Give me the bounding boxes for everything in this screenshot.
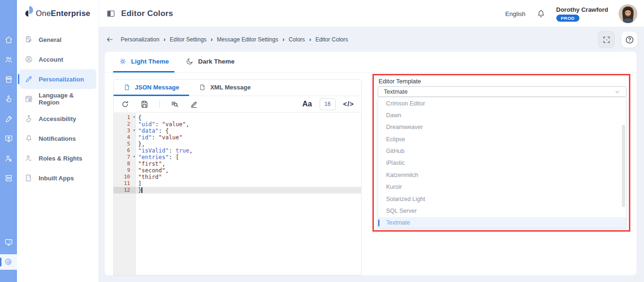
sun-icon bbox=[119, 57, 127, 65]
font-size-input[interactable]: 16 bbox=[320, 98, 336, 110]
fold-arrow-icon[interactable]: ▾ bbox=[133, 153, 135, 160]
line-number: 3▾ bbox=[114, 128, 136, 134]
chevron-down-icon bbox=[614, 89, 621, 96]
breadcrumb-link[interactable]: Personalization bbox=[121, 36, 159, 43]
user-info: Dorothy Crawford PROD bbox=[556, 6, 609, 22]
monitor-star-icon bbox=[4, 134, 13, 143]
code-line: 6"isValid": true, bbox=[114, 147, 361, 154]
rail-item-store[interactable] bbox=[0, 71, 17, 88]
language-selector[interactable]: English bbox=[505, 10, 526, 17]
sidebar-item-language-region[interactable]: Language & Region bbox=[20, 89, 96, 109]
panel-toggle-icon[interactable] bbox=[106, 9, 116, 18]
store-icon bbox=[4, 75, 13, 84]
rail-item-monitor-star[interactable] bbox=[0, 130, 17, 147]
tab-label: Dark Theme bbox=[198, 58, 234, 65]
code-view-button[interactable]: </> bbox=[343, 100, 354, 108]
code-line: 12} bbox=[114, 187, 361, 193]
sidebar-item-label: Account bbox=[39, 56, 63, 63]
help-icon bbox=[625, 35, 635, 45]
sidebar-item-notifications[interactable]: Notifications bbox=[20, 129, 96, 148]
json-code-editor[interactable]: 1▾{2"uid": "value",3▾"data": {4"id": "va… bbox=[114, 113, 361, 275]
line-number: 4 bbox=[114, 134, 136, 141]
dropdown-option-iplastic[interactable]: iPlastic bbox=[378, 157, 626, 169]
rail-item-users[interactable] bbox=[0, 150, 17, 167]
rail-item-settings[interactable] bbox=[0, 254, 17, 270]
search-in-code-icon[interactable] bbox=[170, 100, 179, 109]
breadcrumb-link[interactable]: Colors bbox=[289, 36, 305, 43]
content-card: Light ThemeDark Theme JSON MessageXML Me… bbox=[105, 52, 636, 275]
refresh-icon[interactable] bbox=[121, 100, 130, 109]
breadcrumb-link[interactable]: Message Editor Settings bbox=[217, 36, 278, 43]
sidebar-item-personalization[interactable]: Personalization bbox=[20, 69, 96, 89]
home-icon bbox=[4, 35, 13, 44]
line-number: 2 bbox=[114, 121, 136, 128]
code-text: "data": { bbox=[136, 128, 361, 134]
breadcrumb-separator: › bbox=[309, 36, 311, 43]
sidebar-item-account[interactable]: Account bbox=[20, 49, 96, 69]
rail-item-stack[interactable] bbox=[0, 169, 17, 186]
editor-template-dropdown: Crimson EditorDawnDreamweaverEclipseGitH… bbox=[378, 97, 627, 228]
tab-xml-message[interactable]: XML Message bbox=[189, 80, 261, 96]
header: Editor Colors English Dorothy Crawford P… bbox=[99, 0, 644, 27]
fold-arrow-icon[interactable]: ▾ bbox=[133, 114, 135, 121]
code-text: }, bbox=[136, 141, 361, 147]
dropdown-option-eclipse[interactable]: Eclipse bbox=[378, 133, 626, 145]
rail-item-touch[interactable] bbox=[0, 90, 17, 107]
avatar[interactable] bbox=[619, 4, 637, 23]
message-editor-panel: JSON MessageXML Message Aa 16 </> 1▾{2"u… bbox=[113, 79, 362, 275]
breadcrumb-link[interactable]: Editor Settings bbox=[170, 36, 206, 43]
sidebar-item-accessibility[interactable]: Accessibility bbox=[20, 109, 96, 129]
sidebar-item-roles-rights[interactable]: Roles & Rights bbox=[20, 148, 96, 168]
fullscreen-icon bbox=[602, 35, 611, 44]
dropdown-option-dawn[interactable]: Dawn bbox=[378, 109, 626, 121]
rail-item-home[interactable] bbox=[0, 31, 17, 48]
sidebar-item-label: Inbuilt Apps bbox=[39, 175, 74, 182]
rail-item-team[interactable] bbox=[0, 51, 17, 68]
help-button[interactable] bbox=[621, 32, 637, 48]
sidebar-item-label: Language & Region bbox=[39, 92, 91, 106]
brand-logo-text: OneEnterprise bbox=[36, 9, 90, 19]
code-text: "third" bbox=[136, 174, 361, 180]
tab-dark-theme[interactable]: Dark Theme bbox=[180, 52, 240, 73]
rail-item-monitor-apps[interactable] bbox=[0, 234, 17, 250]
back-arrow-icon[interactable] bbox=[106, 35, 114, 44]
moon-icon bbox=[186, 57, 194, 65]
line-number: 12 bbox=[114, 187, 136, 193]
dropdown-option-solarized-light[interactable]: Solarized Light bbox=[378, 193, 626, 205]
dropdown-option-dreamweaver[interactable]: Dreamweaver bbox=[378, 121, 626, 133]
dropdown-option-github[interactable]: GitHub bbox=[378, 145, 626, 157]
sidebar-item-label: Roles & Rights bbox=[39, 155, 82, 162]
fold-arrow-icon[interactable]: ▾ bbox=[133, 127, 135, 134]
touch-icon bbox=[4, 95, 13, 104]
code-line: 11] bbox=[114, 180, 361, 187]
tab-light-theme[interactable]: Light Theme bbox=[113, 52, 174, 73]
users-icon bbox=[4, 154, 13, 163]
notifications-bell-icon[interactable] bbox=[536, 9, 546, 19]
dropdown-option-katzenmilch[interactable]: Katzenmilch bbox=[378, 169, 626, 181]
dropdown-option-kuroir[interactable]: Kuroir bbox=[378, 181, 626, 193]
dropdown-option-textmate[interactable]: Textmate bbox=[378, 217, 626, 228]
apps-icon bbox=[25, 174, 33, 182]
edit-icon[interactable] bbox=[190, 100, 198, 109]
sidebar-item-general[interactable]: General bbox=[20, 30, 96, 49]
app-window: OneEnterprise GeneralAccountPersonalizat… bbox=[0, 0, 644, 282]
code-line: 1▾{ bbox=[114, 114, 361, 121]
tab-json-message[interactable]: JSON Message bbox=[114, 80, 189, 96]
font-style-button[interactable]: Aa bbox=[302, 100, 312, 108]
save-icon[interactable] bbox=[140, 100, 149, 109]
rail-item-paint-brush[interactable] bbox=[0, 110, 17, 127]
sidebar: OneEnterprise GeneralAccountPersonalizat… bbox=[17, 0, 99, 282]
doc-edit-icon bbox=[25, 35, 33, 44]
dropdown-option-crimson-editor[interactable]: Crimson Editor bbox=[378, 97, 626, 109]
fullscreen-button[interactable] bbox=[598, 31, 615, 48]
dropdown-option-sql-server[interactable]: SQL Server bbox=[378, 205, 626, 217]
line-number: 5 bbox=[114, 141, 136, 147]
sidebar-item-label: Notifications bbox=[39, 135, 76, 142]
dropdown-scrollbar-thumb[interactable] bbox=[622, 125, 625, 207]
code-text: "entries": [ bbox=[136, 154, 361, 161]
code-text: "first", bbox=[136, 161, 361, 167]
tab-label: XML Message bbox=[210, 84, 251, 91]
breadcrumb-link[interactable]: Editor Colors bbox=[315, 36, 348, 43]
sidebar-item-inbuilt-apps[interactable]: Inbuilt Apps bbox=[20, 168, 96, 188]
editor-template-select[interactable]: Textmate bbox=[378, 86, 627, 97]
